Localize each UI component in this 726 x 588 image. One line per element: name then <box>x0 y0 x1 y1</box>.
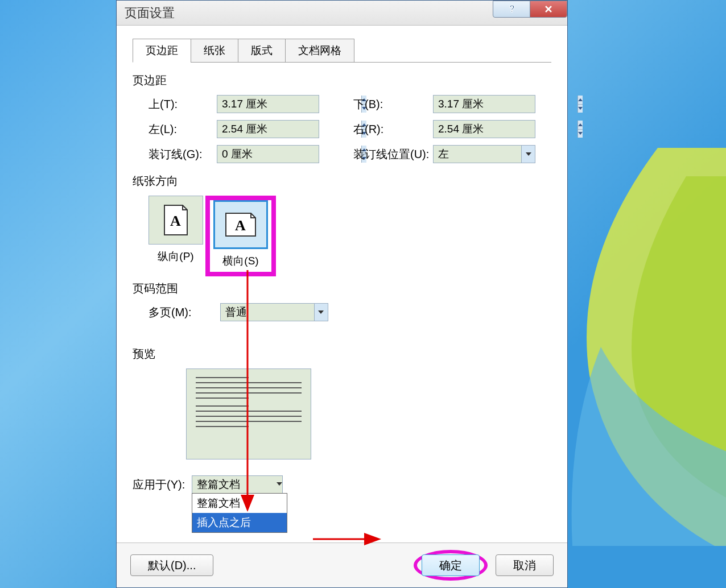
dialog-title: 页面设置 <box>125 5 175 22</box>
apply-to-label: 应用于(Y): <box>133 477 185 492</box>
top-margin-label: 上(T): <box>148 97 217 112</box>
orientation-section-label: 纸张方向 <box>133 173 551 189</box>
apply-to-combo[interactable]: 整篇文档 整篇文档 插入点之后 <box>192 475 283 494</box>
default-button[interactable]: 默认(D)... <box>130 554 213 576</box>
left-margin-input[interactable] <box>217 120 319 138</box>
svg-text:A: A <box>170 213 181 229</box>
portrait-icon: A <box>163 204 188 236</box>
chevron-down-icon[interactable] <box>277 476 282 493</box>
landscape-button[interactable]: A <box>213 200 268 249</box>
titlebar: 页面设置 ? <box>117 1 567 26</box>
multi-pages-combo[interactable]: 普通 <box>220 303 328 321</box>
win7-background-leaf <box>544 148 726 546</box>
help-icon: ? <box>508 4 515 14</box>
right-margin-label: 右(R): <box>353 122 433 137</box>
page-setup-dialog: 页面设置 ? 页边距 纸张 版式 文档网格 页边距 上(T): 下 <box>116 0 568 588</box>
chevron-down-icon[interactable] <box>521 146 535 163</box>
gutter-label: 装订线(G): <box>148 147 217 162</box>
gutter-pos-label: 装订线位置(U): <box>353 147 433 162</box>
tab-margins[interactable]: 页边距 <box>133 39 191 63</box>
apply-option-after-cursor[interactable]: 插入点之后 <box>192 513 287 532</box>
button-bar: 默认(D)... 确定 取消 <box>117 543 567 587</box>
preview-section-label: 预览 <box>133 346 551 362</box>
chevron-down-icon[interactable] <box>314 304 328 321</box>
landscape-label: 横向(S) <box>213 254 268 268</box>
multi-pages-label: 多页(M): <box>148 305 192 320</box>
pages-section-label: 页码范围 <box>133 281 551 296</box>
tab-layout[interactable]: 版式 <box>238 39 286 63</box>
left-margin-label: 左(L): <box>148 122 217 137</box>
top-margin-input[interactable] <box>217 95 319 113</box>
portrait-label: 纵向(P) <box>148 249 203 264</box>
apply-to-dropdown: 整篇文档 插入点之后 <box>192 493 287 533</box>
portrait-button[interactable]: A <box>148 196 203 245</box>
bottom-margin-label: 下(B): <box>353 97 433 112</box>
preview-box <box>186 368 311 459</box>
close-button[interactable] <box>530 1 567 18</box>
close-icon <box>544 5 553 14</box>
tabs: 页边距 纸张 版式 文档网格 <box>133 38 551 63</box>
apply-option-whole-doc[interactable]: 整篇文档 <box>192 494 287 513</box>
gutter-input[interactable] <box>217 145 319 163</box>
tab-paper[interactable]: 纸张 <box>191 39 238 63</box>
svg-text:?: ? <box>509 4 515 14</box>
annotation-ok-highlight: 确定 <box>414 550 488 581</box>
landscape-icon: A <box>225 212 257 237</box>
ok-button[interactable]: 确定 <box>422 554 480 576</box>
svg-text:A: A <box>235 217 246 234</box>
margins-section-label: 页边距 <box>133 73 551 88</box>
help-button[interactable]: ? <box>493 1 530 18</box>
gutter-pos-combo[interactable]: 左 <box>433 145 535 163</box>
cancel-button[interactable]: 取消 <box>496 554 554 576</box>
right-margin-input[interactable] <box>433 120 535 138</box>
bottom-margin-input[interactable] <box>433 95 535 113</box>
tab-grid[interactable]: 文档网格 <box>285 39 354 63</box>
